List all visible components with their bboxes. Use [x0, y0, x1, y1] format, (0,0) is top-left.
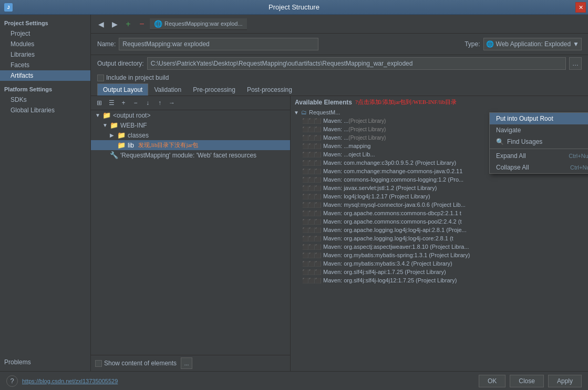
sidebar-item-modules[interactable]: Modules [0, 39, 90, 49]
ctx-separator [490, 149, 588, 149]
type-select[interactable]: 🌐 Web Application: Exploded ▼ [483, 38, 582, 50]
avail-slf4j-log4j12-label: Maven: org.slf4j:slf4j-log4j12:1.7.25 (P… [323, 277, 457, 283]
sidebar-item-facets[interactable]: Facets [0, 60, 90, 70]
avail-node-mysql[interactable]: ⬛⬛⬛ Maven: mysql:mysql-connector-java:6.… [291, 201, 588, 209]
avail-node-dbcp2[interactable]: ⬛⬛⬛ Maven: org.apache.commons:commons-db… [291, 209, 588, 217]
back-button[interactable]: ◀ [95, 18, 107, 30]
avail-maven5-label: Maven: ...oject Lib... [323, 151, 375, 157]
avail-slf4j-api-label: Maven: org.slf4j:slf4j-api:1.7.25 (Proje… [323, 269, 446, 275]
tree-layout-btn[interactable]: ⊞ [94, 98, 105, 108]
tree-right-btn[interactable]: → [167, 98, 177, 108]
avail-node-log4j[interactable]: ⬛⬛⬛ Maven: log4j:log4j:1.2.17 (Project L… [291, 192, 588, 201]
tree-node-lib[interactable]: 📁 lib 发现,lib目录下没有jar包 [91, 140, 290, 150]
maven1-suffix: (Project Library) [348, 118, 386, 124]
title-bar: J Project Structure ✕ [0, 0, 588, 15]
tree-down-btn[interactable]: ↓ [142, 98, 153, 108]
facet-label: 'RequestMapping' module: 'Web' facet res… [120, 152, 256, 159]
name-input[interactable] [119, 38, 318, 50]
tree-list-btn[interactable]: ☰ [106, 98, 117, 108]
ctx-expand-all[interactable]: Expand All Ctrl+NumPad + [490, 150, 588, 162]
sidebar-item-sdks[interactable]: SDKs [0, 94, 90, 105]
tree-node-classes[interactable]: ▶ 📁 classes [91, 130, 290, 140]
ctx-collapse-all[interactable]: Collapse All Ctrl+NumPad - [490, 162, 588, 173]
jar-icon-c3p0: ⬛⬛⬛ [302, 160, 321, 166]
avail-node-slf4j-api[interactable]: ⬛⬛⬛ Maven: org.slf4j:slf4j-api:1.7.25 (P… [291, 268, 588, 276]
artifact-toolbar: ◀ ▶ + − 🌐 RequestMapping:war explod... [91, 15, 588, 34]
status-url[interactable]: https://blog.csdn.net/zxl13735005529 [22, 378, 118, 384]
tab-pre-processing[interactable]: Pre-processing [187, 83, 241, 96]
show-content-label: Show content of elements [104, 360, 177, 367]
context-menu: Put into Output Root Navigate F4 [489, 112, 588, 174]
avail-maven2-label: Maven: ... [323, 126, 348, 132]
tab-validation[interactable]: Validation [148, 83, 187, 96]
ctx-find-usages[interactable]: 🔍 Find Usages Alt+F7 [490, 136, 588, 147]
ok-button[interactable]: OK [479, 375, 506, 387]
avail-maven1-label: Maven: ... [323, 118, 348, 124]
platform-settings-heading: Platform Settings [0, 81, 90, 94]
avail-node-mybatis-spring[interactable]: ⬛⬛⬛ Maven: org.mybatis:mybatis-spring:1.… [291, 251, 588, 259]
tree-up-btn[interactable]: ↑ [154, 98, 165, 108]
avail-cl-label: Maven: commons-logging:commons-logging:1… [323, 176, 463, 183]
ctx-navigate[interactable]: Navigate F4 [490, 124, 588, 136]
name-label: Name: [97, 40, 116, 48]
ctx-put-into-output-root[interactable]: Put into Output Root [490, 113, 588, 124]
tree-node-output-root[interactable]: ▼ 📁 <output root> [91, 110, 290, 120]
artifact-tab[interactable]: 🌐 RequestMapping:war explod... [150, 18, 247, 30]
avail-node-commons-logging[interactable]: ⬛⬛⬛ Maven: commons-logging:commons-loggi… [291, 175, 588, 184]
jar-icon-pool2: ⬛⬛⬛ [302, 219, 321, 225]
add-artifact-button[interactable]: + [122, 18, 134, 30]
sidebar-item-artifacts[interactable]: Artifacts [0, 70, 90, 81]
include-in-build-label[interactable]: Include in project build [97, 74, 169, 81]
close-dialog-button[interactable]: Close [510, 375, 544, 387]
web-app-icon: 🌐 [486, 40, 494, 48]
more-options-button[interactable]: ... [181, 357, 192, 369]
artifact-tab-icon: 🌐 [154, 20, 162, 28]
sidebar-item-libraries[interactable]: Libraries [0, 49, 90, 60]
sidebar-item-global-libraries[interactable]: Global Libraries [0, 105, 90, 115]
tree-node-web-inf[interactable]: ▼ 📁 WEB-INF [91, 120, 290, 130]
jar-icon-l4j-core: ⬛⬛⬛ [302, 236, 321, 241]
help-button[interactable]: ? [6, 375, 18, 387]
name-row: Name: [97, 38, 460, 50]
avail-reqmapping-label: RequestM... [309, 109, 340, 115]
avail-mybatis-spring-label: Maven: org.mybatis:mybatis-spring:1.3.1 … [323, 252, 470, 258]
ctx-expand-label-container: Expand All [496, 152, 526, 160]
avail-pool2-label: Maven: org.apache.commons:commons-pool2:… [323, 218, 462, 225]
tab-output-layout[interactable]: Output Layout [97, 83, 148, 96]
avail-node-pool2[interactable]: ⬛⬛⬛ Maven: org.apache.commons:commons-po… [291, 217, 588, 226]
avail-node-slf4j-log4j12[interactable]: ⬛⬛⬛ Maven: org.slf4j:slf4j-log4j12:1.7.2… [291, 276, 588, 284]
jar-icon-log4j: ⬛⬛⬛ [302, 194, 321, 199]
avail-node-jstl[interactable]: ⬛⬛⬛ Maven: javax.servlet:jstl:1.2 (Proje… [291, 184, 588, 192]
status-buttons: OK Close Apply [479, 375, 582, 387]
remove-artifact-button[interactable]: − [136, 18, 148, 30]
jar-icon-l4j-api: ⬛⬛⬛ [302, 227, 321, 233]
window-title: Project Structure [269, 3, 319, 11]
output-dir-input[interactable] [147, 57, 566, 70]
show-content-check[interactable]: Show content of elements [95, 360, 177, 367]
avail-maven4-label: Maven: ...mapping [323, 143, 371, 149]
show-content-checkbox[interactable] [95, 360, 102, 367]
apply-button[interactable]: Apply [548, 375, 582, 387]
avail-node-log4j-api[interactable]: ⬛⬛⬛ Maven: org.apache.logging.log4j:log4… [291, 226, 588, 234]
jar-icon-aspectj: ⬛⬛⬛ [302, 244, 321, 250]
tab-post-processing[interactable]: Post-processing [241, 83, 298, 96]
sidebar-problems[interactable]: Problems [0, 357, 90, 371]
include-in-build-checkbox[interactable] [97, 75, 104, 81]
module-icon: 🗂 [301, 109, 307, 115]
avail-node-mybatis[interactable]: ⬛⬛⬛ Maven: org.mybatis:mybatis:3.4.2 (Pr… [291, 259, 588, 268]
avail-maven3-label: Maven: ... [323, 134, 348, 141]
tree-node-facet[interactable]: 🔧 'RequestMapping' module: 'Web' facet r… [91, 150, 290, 160]
avail-mysql-label: Maven: mysql:mysql-connector-java:6.0.6 … [323, 202, 466, 208]
sidebar-item-project[interactable]: Project [0, 28, 90, 39]
output-dir-row: Output directory: … [91, 55, 588, 72]
avail-node-aspectj[interactable]: ⬛⬛⬛ Maven: org.aspectj:aspectjweaver:1.8… [291, 243, 588, 251]
avail-node-log4j-core[interactable]: ⬛⬛⬛ Maven: org.apache.logging.log4j:log4… [291, 234, 588, 243]
search-icon: 🔍 [496, 138, 504, 145]
output-dir-browse-button[interactable]: … [569, 57, 582, 70]
close-button[interactable]: ✕ [575, 2, 586, 13]
jar-icon-3: ⬛⬛⬛ [302, 135, 321, 141]
forward-button[interactable]: ▶ [109, 18, 120, 30]
available-panel: Available Elements ?点击添加/添加jar包到/WEB-INF… [291, 96, 588, 371]
tree-add-btn[interactable]: + [118, 98, 129, 108]
tree-remove-btn[interactable]: − [130, 98, 141, 108]
